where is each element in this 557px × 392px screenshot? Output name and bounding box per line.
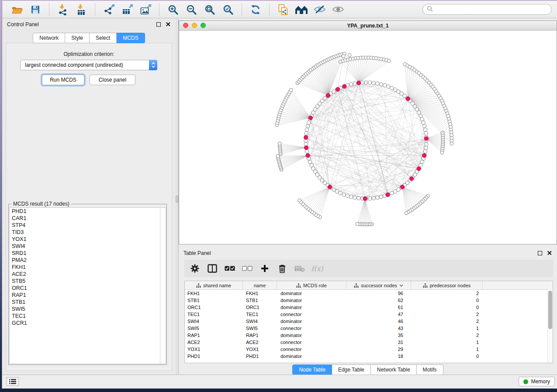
tab-style[interactable]: Style <box>65 33 90 43</box>
column-header-successor-nodes[interactable]: successor nodes <box>346 281 411 289</box>
zoom-fit-icon <box>204 4 215 15</box>
tab-node-table[interactable]: Node Table <box>292 364 332 375</box>
mcds-result-item[interactable]: FKH1 <box>10 264 166 271</box>
run-mcds-button[interactable]: Run MCDS <box>42 75 84 85</box>
mcds-result-item[interactable]: STB1 <box>10 299 166 306</box>
node-table[interactable]: shared namenameMCDS rolesuccessor nodesp… <box>184 281 553 363</box>
table-row[interactable]: RAP1RAP1dominator352 <box>185 332 553 339</box>
float-panel-icon[interactable] <box>538 251 542 255</box>
table-row[interactable]: TEC1TEC1connector472 <box>185 311 553 318</box>
mcds-result-item[interactable]: ORC1 <box>10 285 166 292</box>
float-panel-icon[interactable] <box>156 22 161 27</box>
refresh-layout-button[interactable] <box>246 3 265 17</box>
memory-label: Memory <box>531 378 550 385</box>
close-panel-icon[interactable]: ✕ <box>547 251 552 255</box>
zoom-selected-button[interactable] <box>219 3 237 17</box>
add-row-button[interactable] <box>257 261 273 275</box>
network-window-titlebar[interactable]: YPA_prune.txt_1 <box>179 21 557 31</box>
cell-MCDS-role: dominator <box>277 290 346 297</box>
control-panel-header: Control Panel ✕ <box>2 18 176 31</box>
table-row[interactable]: STB1STB1dominator620 <box>185 297 553 304</box>
namespace-icon <box>354 283 359 288</box>
cell-MCDS-role: dominator <box>277 297 346 304</box>
close-panel-icon[interactable]: ✕ <box>165 22 171 27</box>
task-history-button[interactable] <box>7 377 19 386</box>
mcds-result-item[interactable]: ACE2 <box>10 271 166 278</box>
deselect-all-button[interactable] <box>239 261 255 275</box>
column-header-shared-name[interactable]: shared name <box>185 281 243 289</box>
tab-mcds[interactable]: MCDS <box>117 33 145 43</box>
cell-shared-name: FKH1 <box>185 290 243 297</box>
cell-name: PHD1 <box>243 353 277 360</box>
mcds-result-list[interactable]: PHD1CAR1STP4TID3YOX1SWI4SRD1PMA2FKH1ACE2… <box>9 207 166 364</box>
memory-button[interactable]: Memory <box>519 377 555 386</box>
export-image-button[interactable] <box>136 3 155 17</box>
table-row[interactable]: ACE2ACE2connector311 <box>185 339 553 346</box>
mcds-result-item[interactable]: STB5 <box>10 278 166 285</box>
column-header-MCDS-role[interactable]: MCDS role <box>277 281 346 289</box>
right-area: YPA_prune.txt_1 Table Panel ✕ f(x) share… <box>178 18 557 375</box>
zoom-window-icon[interactable] <box>201 23 206 28</box>
table-scrollbar[interactable] <box>547 289 553 363</box>
show-all-button[interactable] <box>329 3 347 17</box>
mcds-result-item[interactable]: TID3 <box>10 229 166 236</box>
zoom-out-button[interactable] <box>182 3 201 17</box>
mcds-result-item[interactable]: SWI4 <box>10 243 166 250</box>
open-file-icon <box>11 4 23 15</box>
minimize-window-icon[interactable] <box>192 23 197 28</box>
select-all-button[interactable] <box>222 261 238 275</box>
close-panel-button[interactable]: Close panel <box>90 75 135 85</box>
mcds-result-item[interactable]: RAP1 <box>10 292 166 299</box>
control-panel-tabs: NetworkStyleSelectMCDS <box>2 33 176 43</box>
columns-icon <box>208 264 217 273</box>
table-row[interactable]: YOX1YOX1connector291 <box>185 346 553 353</box>
mcds-result-item[interactable]: PMA2 <box>10 257 166 264</box>
save-session-button[interactable] <box>26 3 45 17</box>
mcds-result-item[interactable]: GCR1 <box>10 320 166 327</box>
settings-button[interactable] <box>187 261 203 275</box>
mcds-result-item[interactable]: YOX1 <box>10 236 166 243</box>
mcds-result-item[interactable]: CAR1 <box>10 215 166 222</box>
search-input[interactable] <box>435 6 547 13</box>
open-file-button[interactable] <box>8 3 26 17</box>
delete-row-button[interactable] <box>274 261 290 275</box>
column-header-predecessor-nodes[interactable]: predecessor nodes <box>411 281 483 289</box>
mcds-result-item[interactable]: PHD1 <box>10 208 166 215</box>
table-row[interactable]: FKH1FKH1dominator962 <box>185 290 553 297</box>
zoom-in-button[interactable] <box>164 3 182 17</box>
mcds-result-item[interactable]: TEC1 <box>10 313 166 320</box>
table-header-row: shared namenameMCDS rolesuccessor nodesp… <box>185 281 553 290</box>
first-neighbors-button[interactable] <box>292 3 311 17</box>
cell-predecessor-nodes: 2 <box>411 318 483 325</box>
scrollbar-thumb[interactable] <box>548 291 552 329</box>
tab-network-table[interactable]: Network Table <box>371 364 417 375</box>
search-box[interactable] <box>422 4 552 15</box>
mcds-result-item[interactable]: SWI5 <box>10 306 166 313</box>
hide-selected-button[interactable] <box>311 3 329 17</box>
cell-MCDS-role: connector <box>277 339 346 346</box>
table-row[interactable]: ORC1ORC1dominator610 <box>185 304 553 311</box>
cell-name: SWI5 <box>243 325 277 332</box>
mcds-result-item[interactable]: STP4 <box>10 222 166 229</box>
deselect-all-icon <box>242 266 253 271</box>
close-window-icon[interactable] <box>183 23 188 28</box>
table-row[interactable]: SWI4SWI4dominator462 <box>185 318 553 325</box>
criterion-dropdown[interactable]: largest connected component (undirected) <box>20 60 157 70</box>
tab-network[interactable]: Network <box>33 33 65 43</box>
table-row[interactable]: SWI5SWI5connector431 <box>185 325 553 332</box>
tab-motifs[interactable]: Motifs <box>417 364 443 375</box>
mcds-result-item[interactable]: SRD1 <box>10 250 166 257</box>
export-table-button[interactable] <box>118 3 136 17</box>
column-header-name[interactable]: name <box>243 281 277 289</box>
tab-edge-table[interactable]: Edge Table <box>332 364 371 375</box>
zoom-fit-button[interactable] <box>201 3 219 17</box>
export-network-button[interactable] <box>100 3 118 17</box>
duplicate-network-button[interactable] <box>274 3 292 17</box>
import-table-button[interactable] <box>72 3 90 17</box>
mcds-list-scrollbar[interactable] <box>160 208 166 364</box>
tab-select[interactable]: Select <box>90 33 117 43</box>
columns-button[interactable] <box>204 261 220 275</box>
table-row[interactable]: PHD1PHD1dominator180 <box>185 353 553 360</box>
network-canvas[interactable] <box>179 31 557 244</box>
import-network-button[interactable] <box>54 3 72 17</box>
